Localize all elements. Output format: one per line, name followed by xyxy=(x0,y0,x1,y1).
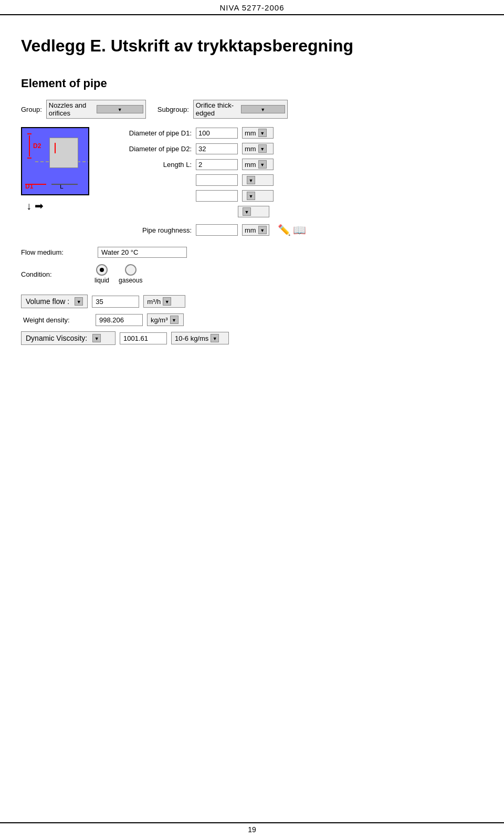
volume-flow-unit-arrow[interactable]: ▼ xyxy=(163,297,171,306)
group-label: Group: xyxy=(21,106,42,113)
diameter-d1-unit: mm xyxy=(245,129,256,137)
radio-group: liquid gaseous xyxy=(94,264,142,284)
pipe-roughness-unit-arrow[interactable]: ▼ xyxy=(258,226,267,234)
empty-field-row-3: ▼ xyxy=(108,206,483,217)
pipe-roughness-input[interactable] xyxy=(196,224,238,236)
empty-input-2[interactable] xyxy=(196,190,238,202)
pipe-roughness-label: Pipe roughness: xyxy=(108,226,192,234)
empty-input-1[interactable] xyxy=(196,174,238,186)
radio-liquid-button[interactable] xyxy=(96,264,108,276)
viscosity-unit-dropdown[interactable]: 10-6 kg/ms ▼ xyxy=(171,332,229,344)
radio-gaseous-button[interactable] xyxy=(125,264,136,276)
section-heading: Element of pipe xyxy=(21,77,483,90)
volume-flow-label-box[interactable]: Volume flow : ▼ xyxy=(21,295,88,308)
group-row: Group: Nozzles and orifices ▼ Subgroup: … xyxy=(21,100,483,119)
condition-row: Condition: liquid gaseous xyxy=(21,264,483,284)
diameter-d1-input[interactable] xyxy=(196,128,238,139)
weight-density-unit: kg/m³ xyxy=(151,316,168,324)
down-arrow-icon: ↓ xyxy=(26,200,32,212)
length-l-label: Length L: xyxy=(108,161,192,169)
flow-medium-row: Flow medium: xyxy=(21,247,483,258)
subgroup-dropdown[interactable]: Orifice thick-edged ▼ xyxy=(193,100,288,119)
weight-density-label: Weight density: xyxy=(23,316,91,324)
group-dropdown-arrow[interactable]: ▼ xyxy=(97,105,143,113)
volume-flow-unit: m³/h xyxy=(147,298,161,306)
volume-flow-arrow[interactable]: ▼ xyxy=(75,297,83,306)
diagram-arrows: ↓ ➡ xyxy=(21,200,97,212)
subgroup-label: Subgroup: xyxy=(158,106,189,113)
page-title: Vedlegg E. Utskrift av trykktapsberegnin… xyxy=(21,36,483,56)
page-header: NIVA 5277-2006 xyxy=(0,0,504,15)
length-l-row: Length L: mm ▼ xyxy=(108,159,483,170)
length-l-input[interactable] xyxy=(196,159,238,170)
pipe-roughness-unit: mm xyxy=(245,226,256,234)
pipe-roughness-unit-dropdown[interactable]: mm ▼ xyxy=(242,224,269,236)
radio-liquid: liquid xyxy=(94,264,109,284)
header-title: NIVA 5277-2006 xyxy=(220,3,285,12)
pipe-roughness-row: Pipe roughness: mm ▼ ✏️ 📖 xyxy=(108,224,483,236)
condition-label: Condition: xyxy=(21,270,89,278)
volume-flow-unit-dropdown[interactable]: m³/h ▼ xyxy=(143,295,185,308)
form-area: D2 D1 L ↓ ➡ xyxy=(21,127,483,236)
diameter-d2-unit-arrow[interactable]: ▼ xyxy=(258,144,267,153)
page-number: 19 xyxy=(248,825,256,834)
diameter-d1-row: Diameter of pipe D1: mm ▼ xyxy=(108,127,483,139)
diameter-d2-unit: mm xyxy=(245,145,256,153)
form-fields: Diameter of pipe D1: mm ▼ Diameter of pi… xyxy=(108,127,483,236)
weight-density-unit-arrow[interactable]: ▼ xyxy=(170,316,178,324)
flow-medium-label: Flow medium: xyxy=(21,248,89,256)
length-l-unit: mm xyxy=(245,161,256,169)
diagram-d2-label: D2 xyxy=(33,142,41,150)
weight-density-input[interactable] xyxy=(96,314,143,326)
viscosity-label: Dynamic Viscosity: xyxy=(26,334,87,342)
length-l-unit-dropdown[interactable]: mm ▼ xyxy=(242,159,274,170)
pipe-diagram: D2 D1 L ↓ ➡ xyxy=(21,127,97,214)
group-dropdown[interactable]: Nozzles and orifices ▼ xyxy=(46,100,146,119)
radio-liquid-label: liquid xyxy=(94,277,109,284)
empty-unit-dropdown-2[interactable]: ▼ xyxy=(242,190,274,202)
empty-unit-arrow-1[interactable]: ▼ xyxy=(247,176,255,184)
flow-medium-input[interactable] xyxy=(98,247,187,258)
diameter-d1-unit-arrow[interactable]: ▼ xyxy=(258,129,267,137)
diameter-d1-unit-dropdown[interactable]: mm ▼ xyxy=(242,127,274,139)
empty-field-row-2: ▼ xyxy=(108,190,483,202)
weight-density-unit-dropdown[interactable]: kg/m³ ▼ xyxy=(147,313,184,326)
diameter-d2-input[interactable] xyxy=(196,143,238,154)
pencil-icon[interactable]: ✏️ xyxy=(278,224,291,236)
length-l-unit-arrow[interactable]: ▼ xyxy=(258,160,267,169)
viscosity-unit-arrow[interactable]: ▼ xyxy=(211,334,219,342)
diameter-d2-row: Diameter of pipe D2: mm ▼ xyxy=(108,143,483,154)
book-icon[interactable]: 📖 xyxy=(293,224,306,236)
viscosity-label-box[interactable]: Dynamic Viscosity: ▼ xyxy=(21,331,116,345)
subgroup-dropdown-value: Orifice thick-edged xyxy=(196,101,239,117)
diameter-d2-unit-dropdown[interactable]: mm ▼ xyxy=(242,143,274,154)
pipe-diagram-inner: D2 D1 L xyxy=(21,127,89,195)
empty-field-row-1: ▼ xyxy=(108,174,483,186)
volume-flow-label: Volume flow : xyxy=(26,297,69,306)
diameter-d1-label: Diameter of pipe D1: xyxy=(108,129,192,137)
empty-unit-dropdown-1[interactable]: ▼ xyxy=(242,174,274,186)
radio-gaseous-label: gaseous xyxy=(119,277,142,284)
radio-gaseous: gaseous xyxy=(119,264,142,284)
dynamic-viscosity-row: Dynamic Viscosity: ▼ 10-6 kg/ms ▼ xyxy=(21,331,483,345)
volume-flow-row: Volume flow : ▼ m³/h ▼ xyxy=(21,295,483,308)
divider-section: Flow medium: Condition: liquid gaseous V… xyxy=(21,247,483,345)
right-arrow-icon: ➡ xyxy=(35,200,44,212)
empty-unit-arrow-3[interactable]: ▼ xyxy=(243,207,251,216)
bottom-border xyxy=(0,822,504,823)
viscosity-input[interactable] xyxy=(120,332,167,344)
viscosity-unit: 10-6 kg/ms xyxy=(175,334,208,342)
group-dropdown-value: Nozzles and orifices xyxy=(49,101,94,117)
roughness-icons: ✏️ 📖 xyxy=(278,224,306,236)
viscosity-arrow[interactable]: ▼ xyxy=(92,334,101,342)
empty-unit-arrow-2[interactable]: ▼ xyxy=(247,192,255,200)
empty-unit-dropdown-3[interactable]: ▼ xyxy=(238,206,269,217)
volume-flow-input[interactable] xyxy=(92,296,139,308)
subgroup-dropdown-arrow[interactable]: ▼ xyxy=(241,105,285,113)
weight-density-row: Weight density: kg/m³ ▼ xyxy=(21,313,483,326)
diameter-d2-label: Diameter of pipe D2: xyxy=(108,145,192,153)
